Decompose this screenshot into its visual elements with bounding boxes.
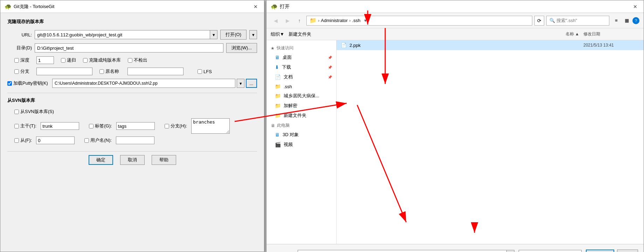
sidebar-item-desktop[interactable]: 🖥 桌面 📌: [266, 52, 336, 62]
lfs-label: LFS: [203, 69, 212, 74]
url-row: URL: ▾ 打开(O) ▾: [7, 30, 257, 40]
recursive-checkbox[interactable]: [61, 58, 65, 63]
trunk-checkbox[interactable]: [14, 124, 19, 128]
dir-input[interactable]: [35, 43, 223, 52]
sidebar-item-ssh[interactable]: 📁 .ssh: [266, 82, 336, 91]
organize-button[interactable]: 组织▼: [271, 31, 284, 37]
help-button[interactable]: 帮助: [152, 155, 176, 165]
lfs-checkbox[interactable]: [198, 69, 202, 74]
tags-checkbox-item[interactable]: 标签(G):: [89, 123, 112, 129]
username-checkbox-item[interactable]: 用户名(N):: [84, 137, 112, 144]
ok-button[interactable]: 确定: [89, 155, 113, 165]
dialog-bottom-bar: 文件名(N): ▾ Putty 私钥 (*.ppk) 打开(O) 取消: [266, 244, 644, 252]
refresh-button[interactable]: ⟳: [534, 16, 544, 26]
tags-input[interactable]: [116, 122, 155, 130]
username-label: 用户名(N):: [90, 137, 112, 144]
branch-input[interactable]: [36, 68, 92, 75]
this-pc-section: 🖥 此电脑: [266, 120, 336, 130]
depth-label: 深度: [20, 57, 29, 63]
original-name-checkbox[interactable]: [99, 69, 104, 74]
branches-checkbox-item[interactable]: 分支(H):: [165, 123, 187, 129]
sidebar-item-decode[interactable]: 📁 加解密: [266, 101, 336, 111]
original-name-checkbox-item[interactable]: 原名称: [99, 68, 119, 75]
open-dialog-close-button[interactable]: ✕: [631, 3, 639, 10]
dir-row: 目录(D) 浏览(W)...: [7, 43, 257, 53]
filetype-select[interactable]: Putty 私钥 (*.ppk): [519, 250, 582, 252]
username-checkbox[interactable]: [84, 138, 89, 143]
bare-checkbox-item[interactable]: 克隆成纯版本库: [83, 57, 121, 63]
nav-up-button[interactable]: ↑: [295, 16, 304, 26]
pin-icon-3: 📌: [328, 75, 332, 79]
tortoisegit-icon: 🐢: [5, 3, 12, 10]
putty-key-input[interactable]: [52, 79, 235, 88]
new-folder-button[interactable]: 新建文件夹: [289, 31, 311, 37]
svn-checkbox-item[interactable]: 从SVN版本库(S): [14, 108, 54, 115]
tags-checkbox[interactable]: [89, 124, 94, 128]
sidebar-item-documents[interactable]: 📄 文档 📌: [266, 72, 336, 82]
breadcrumb-dropdown-button[interactable]: ▾: [362, 16, 369, 26]
putty-checkbox[interactable]: [7, 81, 12, 86]
sidebar-item-3d[interactable]: 🖥 3D 对象: [266, 130, 336, 140]
from-input[interactable]: [36, 136, 75, 144]
view-tile-button[interactable]: ▦: [622, 16, 632, 26]
cancel-open-button[interactable]: 取消: [617, 250, 638, 252]
breadcrumb-administrator[interactable]: Administrator: [321, 18, 348, 23]
from-checkbox-item[interactable]: 从(F):: [14, 137, 32, 144]
bare-checkbox[interactable]: [83, 58, 88, 63]
putty-checkbox-item[interactable]: 加载Putty密钥(K): [7, 80, 49, 86]
from-checkbox[interactable]: [14, 138, 19, 143]
clone-window-close-button[interactable]: ✕: [251, 3, 260, 10]
depth-checkbox[interactable]: [14, 58, 19, 63]
filename-dropdown-button[interactable]: ▾: [507, 250, 514, 252]
search-input[interactable]: [556, 18, 615, 23]
depth-value-input[interactable]: [36, 56, 54, 64]
sidebar-item-downloads[interactable]: ⬇ 下载 📌: [266, 62, 336, 72]
pin-icon: 📌: [328, 56, 332, 59]
open-file-button[interactable]: 打开(O): [586, 250, 614, 252]
from-label: 从(F):: [20, 137, 32, 144]
putty-browse-button[interactable]: ...: [246, 79, 257, 88]
putty-key-dropdown-arrow[interactable]: ▾: [237, 79, 244, 88]
sidebar-item-new-folder[interactable]: 📁 新建文件夹: [266, 111, 336, 120]
browse-button[interactable]: 浏览(W)...: [226, 43, 257, 53]
url-input[interactable]: [35, 30, 210, 39]
nocheck-checkbox-item[interactable]: 不检出: [128, 57, 147, 63]
trunk-checkbox-item[interactable]: 主干(T):: [14, 123, 36, 129]
breadcrumb-ssh[interactable]: .ssh: [352, 18, 360, 23]
recursive-checkbox-item[interactable]: 递归: [61, 57, 76, 63]
3d-icon: 🖥: [275, 132, 280, 138]
nocheck-checkbox[interactable]: [128, 58, 132, 63]
view-list-button[interactable]: ≡: [611, 16, 621, 26]
help-info-button[interactable]: ?: [632, 17, 639, 24]
nav-forward-button[interactable]: ▶: [283, 16, 292, 26]
open-dialog-toolbar: ◀ ▶ ↑ 📁 › Administrator › .ssh ▾ ⟳ 🔍 ≡ ▦…: [266, 13, 644, 28]
branches-textarea[interactable]: branches: [191, 118, 230, 134]
sidebar-item-city[interactable]: 📁 城乡居民大病保...: [266, 91, 336, 101]
branch-row: 分支 原名称 LFS: [7, 68, 257, 75]
nav-back-button[interactable]: ◀: [271, 16, 281, 26]
clone-window-content: 克隆现存的版本库 URL: ▾ 打开(O) ▾ 目录(D) 浏览(W)... 深…: [0, 13, 264, 170]
lfs-checkbox-item[interactable]: LFS: [198, 69, 212, 74]
tags-label: 标签(G):: [95, 123, 112, 129]
new-folder-icon: 📁: [275, 113, 281, 118]
depth-row: 深度 递归 克隆成纯版本库 不检出: [7, 56, 257, 64]
file-date-ppk: 2021/5/13 13:41: [583, 43, 639, 48]
download-icon: ⬇: [275, 64, 279, 70]
branch-checkbox[interactable]: [14, 69, 19, 74]
url-dropdown-arrow[interactable]: ▾: [210, 30, 217, 39]
depth-checkbox-item[interactable]: 深度: [14, 57, 29, 63]
file-row-2ppk[interactable]: 📄 2.ppk 2021/5/13 13:41: [337, 40, 644, 50]
url-open-button[interactable]: 打开(O): [220, 30, 247, 40]
original-name-input[interactable]: [127, 68, 183, 75]
svn-checkbox[interactable]: [14, 110, 19, 114]
cancel-clone-button[interactable]: 取消: [120, 155, 145, 165]
username-input[interactable]: [116, 136, 154, 144]
quick-access-icon: ★: [271, 46, 275, 51]
trunk-input[interactable]: [41, 122, 79, 130]
sidebar-item-video[interactable]: 🎬 视频: [266, 140, 336, 149]
url-open-dropdown-button[interactable]: ▾: [249, 30, 257, 39]
bottom-buttons: 确定 取消 帮助: [7, 151, 257, 165]
branches-h-checkbox[interactable]: [165, 124, 169, 128]
branch-checkbox-item[interactable]: 分支: [14, 68, 29, 75]
filename-input[interactable]: [298, 250, 507, 252]
